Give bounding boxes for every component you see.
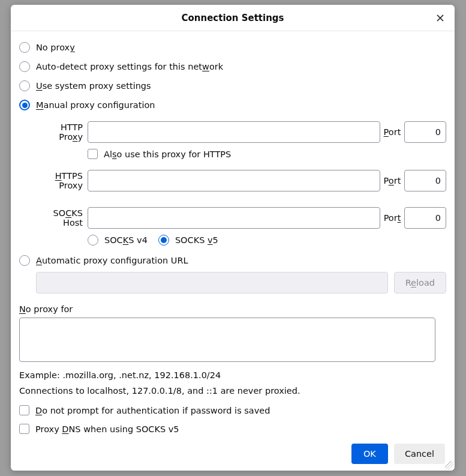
http-proxy-row: HTTP Proxy Port bbox=[19, 121, 446, 143]
dialog-titlebar: Connection Settings bbox=[11, 5, 455, 31]
auth-prompt-checkbox-row[interactable]: Do not prompt for authentication if pass… bbox=[19, 405, 446, 415]
socks-host-row: SOCKS Host Port bbox=[19, 207, 446, 229]
cancel-button[interactable]: Cancel bbox=[394, 444, 445, 464]
checkbox-label: Also use this proxy for HTTPS bbox=[104, 149, 231, 159]
example-text: Example: .mozilla.org, .net.nz, 192.168.… bbox=[19, 370, 446, 380]
option-auto-detect[interactable]: Auto-detect proxy settings for this netw… bbox=[19, 61, 446, 72]
socks-host-input[interactable] bbox=[88, 207, 380, 229]
checkbox-label: Do not prompt for authentication if pass… bbox=[35, 406, 270, 415]
localhost-note: Connections to localhost, 127.0.0.1/8, a… bbox=[19, 386, 446, 396]
option-auto-config-url[interactable]: Automatic proxy configuration URL bbox=[19, 255, 446, 266]
no-proxy-for-label: No proxy for bbox=[19, 304, 446, 314]
socks-v5-label[interactable]: SOCKS v5 bbox=[175, 235, 218, 245]
option-system-proxy[interactable]: Use system proxy settings bbox=[19, 80, 446, 91]
dialog-body[interactable]: No proxy Auto-detect proxy settings for … bbox=[11, 31, 455, 437]
radio-icon bbox=[19, 61, 30, 72]
http-proxy-input[interactable] bbox=[88, 121, 380, 143]
option-label: Auto-detect proxy settings for this netw… bbox=[36, 62, 223, 71]
checkbox-label: Proxy DNS when using SOCKS v5 bbox=[35, 424, 179, 434]
radio-icon bbox=[19, 100, 30, 110]
dialog-footer: OK Cancel bbox=[11, 437, 455, 471]
checkbox-icon bbox=[88, 149, 98, 159]
http-port-label: Port bbox=[380, 127, 404, 137]
close-icon bbox=[435, 13, 445, 23]
reload-button[interactable]: Reload bbox=[394, 272, 446, 294]
pac-url-input[interactable] bbox=[36, 272, 388, 294]
no-proxy-for-input[interactable] bbox=[19, 318, 435, 362]
ok-button[interactable]: OK bbox=[351, 444, 388, 464]
socks-port-label: Port bbox=[380, 213, 404, 223]
http-proxy-label: HTTP Proxy bbox=[36, 122, 88, 142]
option-no-proxy[interactable]: No proxy bbox=[19, 42, 446, 53]
radio-icon bbox=[19, 80, 30, 91]
radio-icon[interactable] bbox=[158, 235, 169, 246]
checkbox-icon bbox=[19, 424, 29, 434]
proxy-dns-checkbox-row[interactable]: Proxy DNS when using SOCKS v5 bbox=[19, 424, 446, 434]
close-button[interactable] bbox=[432, 10, 449, 26]
socks-host-label: SOCKS Host bbox=[36, 208, 88, 227]
https-proxy-label: HTTPS Proxy bbox=[36, 171, 88, 190]
socks-port-input[interactable] bbox=[404, 207, 446, 229]
socks-v4-label[interactable]: SOCKS v4 bbox=[104, 235, 148, 245]
checkbox-icon bbox=[19, 405, 29, 415]
https-port-label: Port bbox=[380, 176, 404, 185]
option-label: Manual proxy configuration bbox=[36, 100, 155, 110]
https-proxy-row: HTTPS Proxy Port bbox=[19, 170, 446, 191]
radio-icon[interactable] bbox=[88, 235, 98, 246]
connection-settings-dialog: Connection Settings No proxy Auto-detect… bbox=[11, 5, 455, 471]
dialog-title: Connection Settings bbox=[181, 13, 284, 23]
https-proxy-input[interactable] bbox=[88, 170, 380, 191]
radio-icon bbox=[19, 42, 30, 53]
pac-url-row: Reload bbox=[19, 272, 446, 294]
option-label: No proxy bbox=[36, 43, 75, 52]
option-label: Use system proxy settings bbox=[36, 81, 151, 91]
resize-grip-icon[interactable] bbox=[445, 461, 453, 469]
http-port-input[interactable] bbox=[404, 121, 446, 143]
socks-version-row: SOCKS v4 SOCKS v5 bbox=[19, 235, 446, 246]
also-use-https-row[interactable]: Also use this proxy for HTTPS bbox=[19, 149, 446, 159]
option-label: Automatic proxy configuration URL bbox=[36, 256, 188, 265]
https-port-input[interactable] bbox=[404, 170, 446, 191]
option-manual-proxy[interactable]: Manual proxy configuration bbox=[19, 100, 446, 110]
radio-icon bbox=[19, 255, 30, 266]
